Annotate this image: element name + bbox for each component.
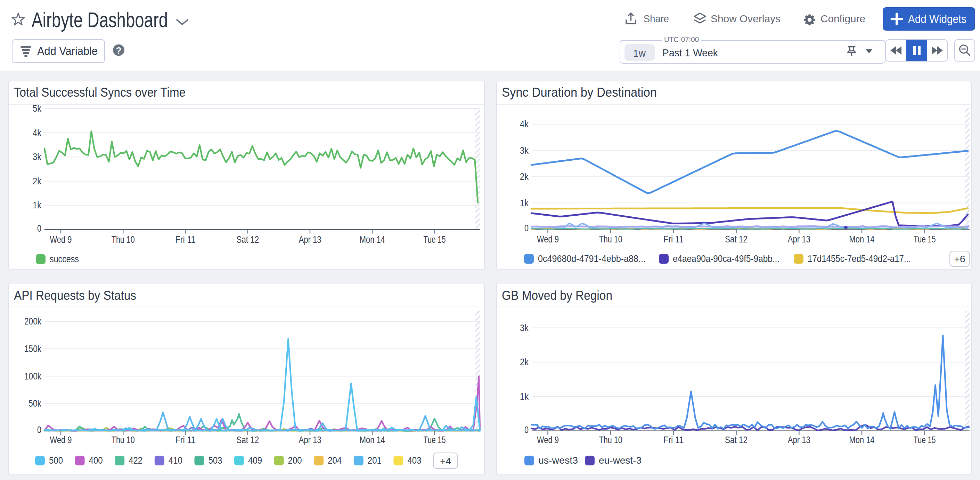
svg-text:503: 503 bbox=[208, 455, 222, 466]
svg-text:Fri 11: Fri 11 bbox=[663, 434, 684, 445]
svg-text:Sat 12: Sat 12 bbox=[236, 234, 259, 245]
svg-text:Past 1 Week: Past 1 Week bbox=[662, 47, 718, 59]
svg-text:Mon 14: Mon 14 bbox=[360, 234, 385, 245]
svg-text:Fri 11: Fri 11 bbox=[175, 234, 196, 245]
svg-text:e4aea90a-90ca-49f5-9abb...: e4aea90a-90ca-49f5-9abb... bbox=[673, 253, 780, 264]
svg-text:100k: 100k bbox=[24, 371, 41, 381]
svg-text:201: 201 bbox=[368, 455, 382, 466]
svg-text:Fri 11: Fri 11 bbox=[175, 434, 196, 445]
svg-text:0: 0 bbox=[524, 223, 528, 233]
svg-text:400: 400 bbox=[89, 455, 103, 466]
svg-text:API Requests by Status: API Requests by Status bbox=[14, 289, 136, 303]
svg-text:Wed 9: Wed 9 bbox=[50, 234, 72, 245]
svg-text:200: 200 bbox=[288, 455, 302, 466]
svg-text:4k: 4k bbox=[33, 128, 41, 138]
svg-text:Share: Share bbox=[644, 13, 669, 24]
svg-text:410: 410 bbox=[169, 455, 183, 466]
svg-text:150k: 150k bbox=[24, 344, 41, 354]
svg-text:Add Widgets: Add Widgets bbox=[908, 12, 966, 26]
svg-text:200k: 200k bbox=[24, 316, 41, 327]
svg-text:2k: 2k bbox=[520, 171, 528, 182]
svg-text:5k: 5k bbox=[33, 103, 41, 114]
svg-text:Apr 13: Apr 13 bbox=[788, 434, 810, 445]
svg-text:+6: +6 bbox=[954, 254, 966, 264]
svg-text:Tue 15: Tue 15 bbox=[424, 234, 446, 245]
svg-text:Sync Duration by Destination: Sync Duration by Destination bbox=[502, 85, 657, 99]
svg-text:+4: +4 bbox=[440, 456, 451, 466]
svg-text:Sat 12: Sat 12 bbox=[236, 434, 259, 445]
svg-text:1k: 1k bbox=[520, 198, 528, 208]
svg-text:50k: 50k bbox=[29, 398, 41, 409]
svg-text:422: 422 bbox=[129, 455, 143, 466]
svg-text:Sat 12: Sat 12 bbox=[725, 434, 748, 445]
svg-text:Sat 12: Sat 12 bbox=[725, 234, 748, 244]
svg-text:204: 204 bbox=[328, 455, 342, 466]
svg-text:Apr 13: Apr 13 bbox=[788, 234, 810, 244]
svg-text:0: 0 bbox=[524, 425, 528, 435]
svg-text:Tue 15: Tue 15 bbox=[914, 434, 936, 445]
svg-text:success: success bbox=[50, 254, 79, 264]
svg-text:Configure: Configure bbox=[821, 13, 865, 24]
svg-text:Wed 9: Wed 9 bbox=[537, 434, 559, 445]
svg-text:2k: 2k bbox=[33, 176, 41, 187]
svg-text:17d1455c-7ed5-49d2-a17...: 17d1455c-7ed5-49d2-a17... bbox=[808, 253, 911, 264]
svg-text:Tue 15: Tue 15 bbox=[424, 434, 446, 445]
svg-text:Mon 14: Mon 14 bbox=[360, 434, 385, 445]
svg-text:3k: 3k bbox=[33, 151, 41, 162]
svg-text:4k: 4k bbox=[520, 119, 528, 129]
svg-text:409: 409 bbox=[248, 455, 262, 466]
svg-text:us-west3: us-west3 bbox=[538, 455, 578, 466]
svg-text:Thu 10: Thu 10 bbox=[111, 434, 135, 445]
svg-text:Airbyte Dashboard: Airbyte Dashboard bbox=[32, 8, 168, 32]
svg-text:0c49680d-4791-4ebb-a88...: 0c49680d-4791-4ebb-a88... bbox=[538, 253, 646, 264]
svg-text:2k: 2k bbox=[520, 357, 528, 367]
svg-text:Apr 13: Apr 13 bbox=[299, 434, 321, 445]
svg-text:0: 0 bbox=[37, 223, 41, 234]
svg-text:Show Overlays: Show Overlays bbox=[711, 13, 781, 24]
svg-text:3k: 3k bbox=[520, 323, 528, 333]
svg-text:3k: 3k bbox=[520, 145, 528, 156]
svg-text:403: 403 bbox=[407, 455, 421, 466]
svg-text:Add Variable: Add Variable bbox=[37, 45, 98, 57]
svg-text:Thu 10: Thu 10 bbox=[599, 434, 622, 445]
svg-text:Wed 9: Wed 9 bbox=[50, 434, 72, 445]
svg-text:1k: 1k bbox=[520, 391, 528, 402]
svg-text:UTC-07:00: UTC-07:00 bbox=[664, 35, 699, 44]
svg-text:0: 0 bbox=[37, 425, 41, 435]
svg-text:Apr 13: Apr 13 bbox=[299, 234, 321, 245]
svg-text:1w: 1w bbox=[633, 48, 646, 59]
svg-text:Thu 10: Thu 10 bbox=[599, 234, 622, 244]
svg-text:Mon 14: Mon 14 bbox=[850, 434, 875, 445]
svg-text:1k: 1k bbox=[33, 200, 41, 210]
svg-text:Total Successful Syncs over Ti: Total Successful Syncs over Time bbox=[14, 85, 186, 99]
svg-text:?: ? bbox=[116, 46, 122, 56]
svg-text:Thu 10: Thu 10 bbox=[111, 234, 135, 245]
svg-text:Tue 15: Tue 15 bbox=[914, 234, 936, 244]
svg-text:eu-west-3: eu-west-3 bbox=[599, 455, 641, 466]
svg-text:Mon 14: Mon 14 bbox=[850, 234, 875, 244]
svg-text:Fri 11: Fri 11 bbox=[663, 234, 684, 244]
svg-text:Wed 9: Wed 9 bbox=[537, 234, 559, 244]
svg-text:500: 500 bbox=[49, 455, 63, 466]
svg-text:GB Moved by Region: GB Moved by Region bbox=[502, 289, 612, 303]
